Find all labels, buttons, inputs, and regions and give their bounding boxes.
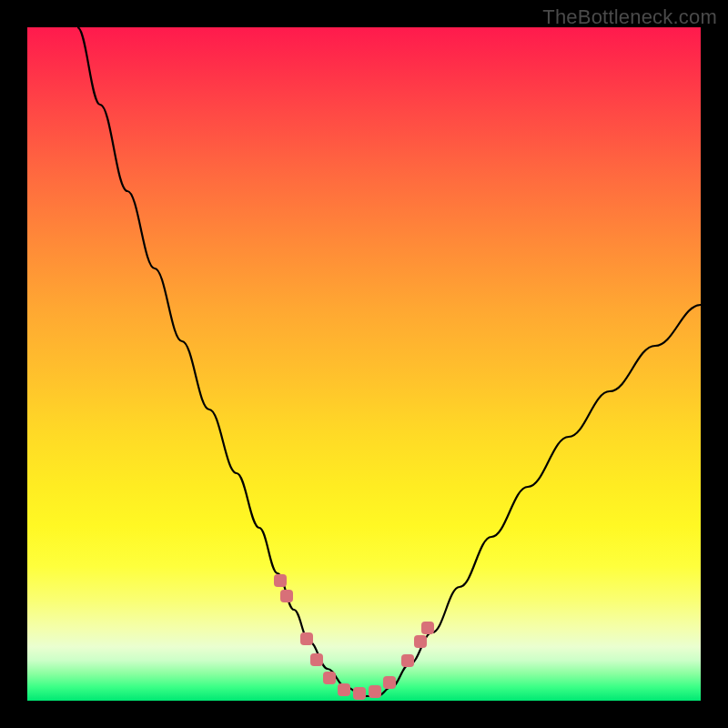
watermark-text: TheBottleneck.com	[542, 5, 717, 29]
marker-dot	[310, 653, 323, 666]
marker-dot	[323, 672, 336, 684]
marker-dot	[401, 654, 414, 667]
marker-dot	[414, 635, 427, 648]
marker-dot	[280, 590, 293, 602]
marker-dot	[300, 632, 313, 645]
marker-group	[274, 574, 434, 700]
curve-svg	[27, 27, 701, 701]
marker-dot	[338, 683, 350, 696]
marker-dot	[369, 685, 381, 698]
marker-dot	[274, 574, 287, 587]
bottleneck-curve	[77, 27, 701, 696]
marker-dot	[421, 622, 434, 634]
chart-frame: TheBottleneck.com	[0, 0, 728, 728]
plot-area	[27, 27, 701, 701]
marker-dot	[383, 676, 396, 689]
marker-dot	[353, 687, 366, 700]
